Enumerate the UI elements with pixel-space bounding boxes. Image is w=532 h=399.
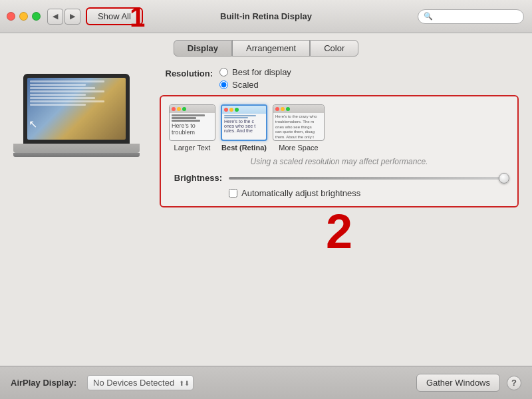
auto-brightness-row[interactable]: Automatically adjust brightness <box>169 188 509 198</box>
search-icon: 🔍 <box>424 12 433 21</box>
brightness-label: Brightness: <box>169 173 222 183</box>
forward-button[interactable]: ▶ <box>65 9 80 25</box>
resolution-label: Resolution: <box>160 67 213 78</box>
thumb-window-more-space: Here's to the crazy whotroublemakers. Th… <box>273 104 325 141</box>
thumb-label-more-space: More Space <box>279 144 318 152</box>
airplay-select[interactable]: No Devices Detected <box>87 375 194 390</box>
thumb-min <box>229 108 233 112</box>
thumb-window-larger: Here's totroublem <box>169 104 215 141</box>
resolution-row: Resolution: Best for display Scaled <box>160 67 519 90</box>
back-button[interactable]: ◀ <box>47 9 63 25</box>
performance-note: Using a scaled resolution may affect per… <box>169 157 509 166</box>
thumb-max <box>235 108 239 112</box>
thumb-close <box>275 107 279 111</box>
screen-line <box>30 94 86 96</box>
resolution-thumbnails: Here's totroublem Larger Text <box>169 104 509 152</box>
gather-windows-button[interactable]: Gather Windows <box>416 374 500 392</box>
search-input[interactable] <box>436 12 518 21</box>
thumb-body: Here's totroublem <box>170 113 215 137</box>
resolution-options: Best for display Scaled <box>219 67 291 90</box>
thumb-label-best-retina: Best (Retina) <box>221 144 267 152</box>
annotation-2: 2 <box>160 207 519 255</box>
screen-line <box>30 87 95 89</box>
maximize-button[interactable] <box>32 12 41 21</box>
resolution-best-label: Best for display <box>232 67 291 77</box>
resolution-scaled-label: Scaled <box>232 80 259 90</box>
bottom-bar: AirPlay Display: No Devices Detected ⬆⬇ … <box>0 366 532 399</box>
help-button[interactable]: ? <box>507 376 521 390</box>
minimize-button[interactable] <box>19 12 28 21</box>
resolution-scaled-radio[interactable] <box>219 80 228 89</box>
airplay-label: AirPlay Display: <box>11 378 76 388</box>
res-thumb-larger[interactable]: Here's totroublem Larger Text <box>169 104 215 152</box>
thumb-text: Here's to the crazy whotroublemakers. Th… <box>275 114 322 141</box>
thumb-line <box>224 117 248 118</box>
thumb-titlebar-selected <box>222 106 266 114</box>
screen-line <box>30 90 104 92</box>
body-layout: ↖ Resolution: Best for display Scale <box>13 67 519 255</box>
thumb-close <box>224 108 228 112</box>
thumb-line <box>172 117 196 119</box>
screen-line <box>30 100 104 102</box>
laptop-screen-inner <box>27 78 126 140</box>
tab-display[interactable]: Display <box>174 40 232 57</box>
thumb-text: Here's totroublem <box>172 122 213 136</box>
nav-buttons: ◀ ▶ <box>47 9 80 25</box>
screen-line <box>30 97 95 99</box>
screen-line <box>30 104 86 106</box>
res-thumb-more-space[interactable]: Here's to the crazy whotroublemakers. Th… <box>273 104 325 152</box>
search-box[interactable]: 🔍 <box>418 9 524 24</box>
screen-line <box>30 84 86 86</box>
thumb-label-larger: Larger Text <box>174 144 211 152</box>
resolution-best-radio[interactable] <box>219 68 228 76</box>
laptop-base <box>13 144 140 153</box>
thumb-titlebar <box>273 105 324 113</box>
traffic-lights <box>7 12 41 21</box>
thumb-line <box>172 114 205 116</box>
tab-color[interactable]: Color <box>310 40 358 57</box>
brightness-row: Brightness: <box>169 173 509 183</box>
thumb-text: Here's to the cones who see trules. And … <box>224 119 264 133</box>
cursor-icon: ↖ <box>29 118 37 130</box>
auto-brightness-label: Automatically adjust brightness <box>241 188 360 198</box>
screen-content <box>27 78 126 108</box>
thumb-line <box>224 115 256 116</box>
brightness-slider[interactable] <box>229 177 509 180</box>
tab-arrangement[interactable]: Arrangement <box>232 40 310 57</box>
brightness-thumb[interactable] <box>499 173 509 184</box>
window-title: Built-in Retina Display <box>220 11 312 21</box>
tabs-container: Display Arrangement Color <box>13 40 519 57</box>
thumb-max <box>286 107 290 111</box>
thumb-close <box>172 107 176 111</box>
thumb-line <box>172 120 200 122</box>
airplay-select-wrapper[interactable]: No Devices Detected ⬆⬇ <box>87 375 194 390</box>
resolution-scaled-row[interactable]: Scaled <box>219 80 291 90</box>
title-bar: ◀ ▶ Show All 1 Built-in Retina Display 🔍 <box>0 0 532 33</box>
close-button[interactable] <box>7 12 15 21</box>
laptop-screen-outer: ↖ <box>23 74 130 144</box>
annotation-1: 1 <box>130 3 145 31</box>
resolution-best-row[interactable]: Best for display <box>219 67 291 77</box>
main-content: Display Arrangement Color <box>0 33 532 366</box>
laptop-image: ↖ <box>13 74 140 167</box>
thumb-min <box>281 107 285 111</box>
screen-line <box>30 80 104 82</box>
thumb-body: Here's to the crazy whotroublemakers. Th… <box>273 113 324 141</box>
auto-brightness-checkbox[interactable] <box>229 189 237 198</box>
thumb-titlebar <box>170 105 215 113</box>
scaled-options-box: Here's totroublem Larger Text <box>160 95 519 207</box>
settings-area: Resolution: Best for display Scaled <box>160 67 519 255</box>
laptop-foot <box>13 153 140 157</box>
thumb-body: Here's to the cones who see trules. And … <box>222 114 266 134</box>
thumb-min <box>177 107 181 111</box>
thumb-max <box>182 107 186 111</box>
laptop-area: ↖ <box>13 67 146 255</box>
thumb-window-best-retina: Here's to the cones who see trules. And … <box>221 104 267 141</box>
res-thumb-best-retina[interactable]: Here's to the cones who see trules. And … <box>221 104 267 152</box>
